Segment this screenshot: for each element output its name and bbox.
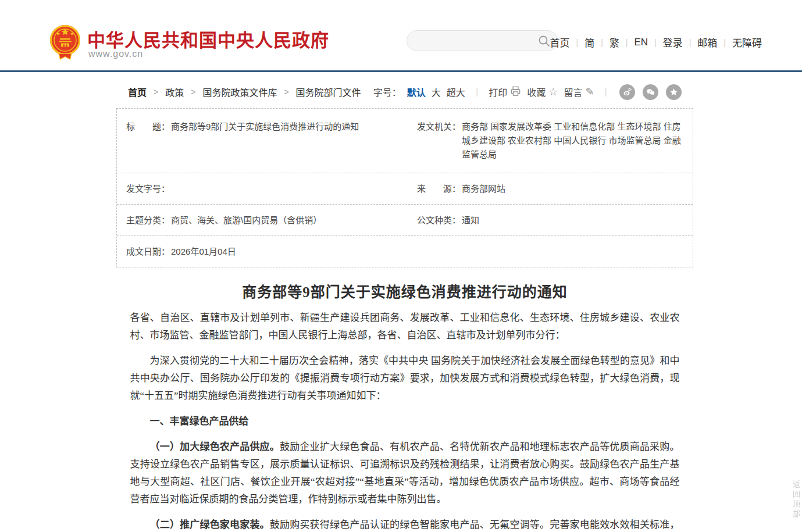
fontsize-label: 字号： — [373, 85, 401, 99]
meta-date-label: 成文日期： — [126, 245, 170, 259]
breadcrumb-separator: > — [191, 87, 195, 97]
nav-separator: | — [576, 38, 579, 47]
national-emblem-icon — [49, 23, 81, 62]
nav-separator: | — [689, 38, 691, 47]
meta-source-label: 来 源： — [417, 182, 461, 196]
item1-lead: （一）加大绿色农产品供应。 — [150, 441, 280, 452]
fontsize-default-button[interactable]: 默认 — [407, 85, 426, 99]
document-meta-box: 标 题： 商务部等9部门关于实施绿色消费推进行动的通知 发文机关： 商务部 国家… — [116, 108, 693, 267]
breadcrumb-separator: > — [154, 87, 158, 97]
document-title: 商务部等9部门关于实施绿色消费推进行动的通知 — [130, 280, 680, 301]
search-box[interactable] — [407, 30, 558, 51]
page-toolbar: 字号： 默认 大 超大 | 打印 收藏 ☆ 留言 — [373, 84, 682, 100]
breadcrumb-home[interactable]: 首页 — [128, 85, 147, 99]
back-to-top-widget[interactable]: 返回顶部 — [790, 480, 801, 520]
nav-separator: | — [654, 38, 657, 47]
nav-separator: | — [723, 38, 726, 47]
breadcrumb: 首页 > 政策 > 国务院政策文件库 > 国务院部门文件 — [128, 85, 361, 99]
site-title: 中华人民共和国中央人民政府 — [87, 26, 329, 52]
meta-row-title-issuer: 标 题： 商务部等9部门关于实施绿色消费推进行动的通知 发文机关： 商务部 国家… — [117, 109, 693, 173]
meta-issuer-label: 发文机关： — [417, 120, 461, 162]
comment-button[interactable]: 留言 ✎ — [564, 85, 594, 99]
meta-type-cell: 公文种类： 通知 — [408, 205, 693, 235]
star-icon: ☆ — [548, 87, 558, 97]
meta-row-date: 成文日期： 2026年01月04日 — [117, 236, 693, 267]
meta-date-cell: 成文日期： 2026年01月04日 — [117, 236, 245, 267]
breadcrumb-policy[interactable]: 政策 — [165, 85, 184, 99]
meta-topic-label: 主题分类： — [126, 213, 170, 227]
meta-source-cell: 来 源： 商务部网站 — [408, 173, 693, 204]
top-nav: 首页 | 简 | 繁 | EN | 登录 | 邮箱 | 无障碍 — [550, 35, 762, 49]
meta-source-value: 商务部网站 — [462, 182, 505, 196]
weibo-share-icon[interactable] — [619, 84, 635, 100]
meta-row-topic-type: 主题分类： 商贸、海关、旅游\国内贸易（含供销） 公文种类： 通知 — [117, 205, 693, 236]
search-input[interactable] — [416, 31, 533, 51]
article-salutation: 各省、自治区、直辖市及计划单列市、新疆生产建设兵团商务、发展改革、工业和信息化、… — [130, 309, 680, 344]
wechat-share-icon[interactable] — [643, 84, 658, 100]
item2-lead: （二）推广绿色家电家装。 — [150, 519, 270, 530]
nav-separator: | — [626, 38, 628, 47]
main-content: 首页 > 政策 > 国务院政策文件库 > 国务院部门文件 字号： 默认 大 超大… — [116, 72, 693, 532]
meta-topic-value: 商贸、海关、旅游\国内贸易（含供销） — [171, 213, 322, 227]
nav-simplified[interactable]: 简 — [584, 35, 594, 49]
meta-title-label: 标 题： — [126, 120, 170, 162]
meta-type-value: 通知 — [462, 213, 479, 227]
fontsize-xlarge-button[interactable]: 超大 — [447, 85, 465, 99]
article-paragraph-item1: （一）加大绿色农产品供应。鼓励企业扩大绿色食品、有机农产品、名特优新农产品和地理… — [130, 438, 680, 508]
article-paragraph-item2: （二）推广绿色家电家装。鼓励购买获得绿色产品认证的绿色智能家电产品、无氟空调等。… — [130, 516, 680, 532]
meta-row-docno-source: 发文字号： 来 源： 商务部网站 — [117, 173, 693, 205]
nav-mail[interactable]: 邮箱 — [697, 35, 717, 49]
breadcrumb-department-docs[interactable]: 国务院部门文件 — [296, 85, 361, 99]
search-icon[interactable] — [538, 35, 550, 49]
meta-title-value: 商务部等9部门关于实施绿色消费推进行动的通知 — [171, 120, 359, 162]
pencil-icon: ✎ — [585, 87, 594, 97]
print-label: 打印 — [489, 85, 507, 99]
nav-accessibility[interactable]: 无障碍 — [732, 35, 762, 49]
article: 商务部等9部门关于实施绿色消费推进行动的通知 各省、自治区、直辖市及计划单列市、… — [130, 280, 680, 532]
site-url: www.gov.cn — [88, 49, 143, 59]
breadcrumb-toolbar-row: 首页 > 政策 > 国务院政策文件库 > 国务院部门文件 字号： 默认 大 超大… — [116, 72, 693, 101]
nav-english[interactable]: EN — [634, 37, 648, 48]
meta-type-label: 公文种类： — [417, 213, 461, 227]
printer-icon — [510, 86, 521, 98]
toolbar-divider: | — [476, 86, 478, 98]
qzone-share-icon[interactable] — [666, 84, 682, 100]
meta-title-cell: 标 题： 商务部等9部门关于实施绿色消费推进行动的通知 — [117, 109, 408, 173]
favorite-label: 收藏 — [527, 85, 546, 99]
meta-topic-cell: 主题分类： 商贸、海关、旅游\国内贸易（含供销） — [117, 205, 408, 235]
nav-home[interactable]: 首页 — [550, 35, 570, 49]
print-button[interactable]: 打印 — [489, 85, 521, 99]
meta-issuer-cell: 发文机关： 商务部 国家发展改革委 工业和信息化部 生态环境部 住房城乡建设部 … — [408, 109, 693, 173]
section-heading-1: 一、丰富绿色产品供给 — [130, 413, 680, 430]
favorite-button[interactable]: 收藏 ☆ — [527, 85, 558, 99]
breadcrumb-policy-library[interactable]: 国务院政策文件库 — [202, 85, 277, 99]
meta-date-value: 2026年01月04日 — [171, 245, 236, 259]
nav-login[interactable]: 登录 — [663, 35, 683, 49]
breadcrumb-separator: > — [284, 87, 288, 97]
meta-issuer-value: 商务部 国家发展改革委 工业和信息化部 生态环境部 住房城乡建设部 农业农村部 … — [462, 120, 683, 162]
nav-traditional[interactable]: 繁 — [609, 35, 619, 49]
site-header: 中华人民共和国中央人民政府 www.gov.cn 首页 | 简 | 繁 | EN… — [0, 0, 802, 70]
toolbar-divider: | — [605, 86, 607, 98]
article-paragraph-intro: 为深入贯彻党的二十大和二十届历次全会精神，落实《中共中央 国务院关于加快经济社会… — [130, 352, 680, 405]
meta-docno-label: 发文字号： — [126, 182, 170, 196]
nav-separator: | — [601, 38, 603, 47]
meta-docno-cell: 发文字号： — [117, 173, 408, 204]
comment-label: 留言 — [564, 85, 582, 99]
fontsize-large-button[interactable]: 大 — [432, 85, 441, 99]
